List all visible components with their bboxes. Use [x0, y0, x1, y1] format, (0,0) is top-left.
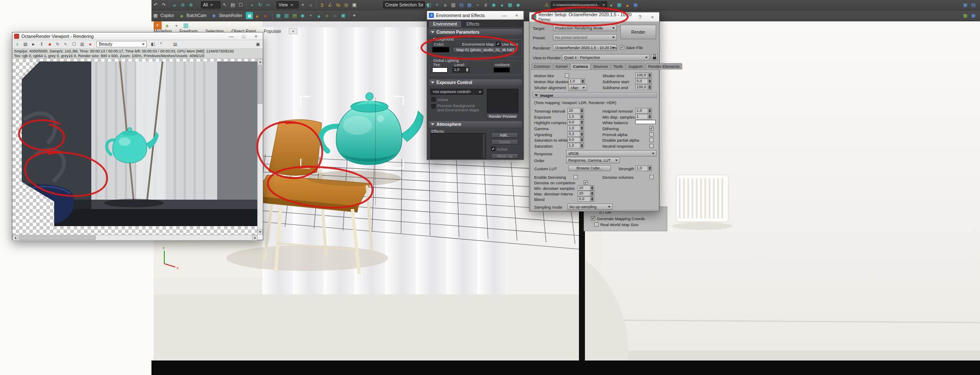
add-effect-button[interactable]: Add...: [491, 132, 518, 138]
white-balance-swatch[interactable]: [635, 120, 656, 124]
qr-icon[interactable]: ▦: [246, 12, 253, 19]
subframe-end-spinner[interactable]: 100,0: [635, 84, 652, 90]
tint-swatch[interactable]: [432, 67, 448, 73]
render-button[interactable]: Render: [620, 25, 656, 39]
octane-image-icon[interactable]: ▧: [22, 41, 29, 48]
common-parameters-rollout[interactable]: Common Parameters: [429, 29, 522, 35]
atmosphere-active-checkbox[interactable]: ✓: [491, 147, 495, 151]
saturation-spinner[interactable]: 1,0: [567, 143, 584, 148]
plugin-icon-6[interactable]: ▲: [315, 12, 323, 20]
steamroller-icon[interactable]: ◆: [210, 12, 218, 20]
scene-explorer-icon[interactable]: ▤: [457, 1, 465, 9]
render-setup-titlebar[interactable]: Render Setup: OctaneRender 2020.1.5 - 10…: [529, 12, 659, 22]
octane-maximize-button[interactable]: □: [238, 34, 249, 39]
enable-denoising-checkbox[interactable]: [573, 175, 578, 179]
copitor-button[interactable]: Copitor: [160, 13, 174, 18]
edit-named-selections-icon[interactable]: ▣: [350, 1, 358, 9]
curve-editor-icon[interactable]: ~: [474, 1, 482, 9]
atmosphere-effects-listbox[interactable]: [430, 133, 486, 159]
octane-titlebar[interactable]: OctaneRender Viewport - Rendering — □ ×: [12, 32, 263, 40]
tab-devices[interactable]: Devices: [591, 63, 611, 70]
imager-rollout[interactable]: Imager: [532, 92, 657, 98]
tab-support[interactable]: Support: [626, 63, 645, 70]
atmosphere-rollout[interactable]: Atmosphere: [429, 121, 522, 128]
motion-blur-checkbox[interactable]: [565, 73, 569, 78]
reference-coordinate-dropdown[interactable]: View: [276, 1, 299, 9]
real-world-checkbox[interactable]: [594, 222, 599, 227]
env-close-button[interactable]: ×: [512, 13, 522, 18]
display-ribbon-icon[interactable]: ▦: [465, 1, 474, 9]
octane-layers-icon[interactable]: ▤: [172, 41, 179, 48]
rotate-icon[interactable]: ↻: [256, 1, 264, 9]
octane-play-icon[interactable]: ►: [30, 41, 37, 48]
disable-partial-alpha-checkbox[interactable]: [649, 138, 654, 142]
exposure-active-checkbox[interactable]: [431, 97, 436, 102]
batchcam-button[interactable]: BatchCam: [186, 13, 206, 18]
plugin-icon-4[interactable]: ◉: [299, 12, 307, 20]
neutral-response-checkbox[interactable]: [649, 144, 654, 148]
tab-render-elements[interactable]: Render Elements: [646, 63, 682, 70]
use-center-icon[interactable]: ⌖: [299, 1, 307, 9]
selection-filter-dropdown[interactable]: All: [201, 1, 221, 9]
ribbon-minimize-dropdown[interactable]: ▾: [289, 28, 297, 34]
background-color-swatch[interactable]: [432, 47, 449, 52]
target-dropdown[interactable]: Production Rendering Mode: [553, 25, 617, 31]
exposure-spinner[interactable]: 1,0: [567, 114, 584, 119]
gamma-spinner[interactable]: 1,0: [567, 125, 584, 131]
angle-snap-icon[interactable]: ∠: [326, 1, 334, 9]
spinner-snap-icon[interactable]: ◎: [342, 1, 350, 9]
level-spinner[interactable]: 1,0: [453, 67, 469, 73]
octane-region-icon[interactable]: ☐: [70, 41, 78, 48]
undo-icon[interactable]: ↶: [151, 1, 160, 9]
warning-icon[interactable]: ⚠: [543, 1, 551, 9]
tray-icon-2[interactable]: ▣: [969, 12, 977, 20]
render-setup-help-button[interactable]: ?: [635, 15, 645, 20]
plugin-icon-1[interactable]: ▦: [274, 12, 282, 20]
plugin-icon-2[interactable]: ▧: [282, 12, 291, 20]
project-path-dropdown[interactable]: C:\Users\Golds\Documents\3... Max 2021: [551, 1, 607, 9]
order-dropdown[interactable]: Response, Gamma, LUT: [566, 157, 620, 163]
denoise-volumes-checkbox[interactable]: [649, 175, 654, 179]
render-iterative-icon[interactable]: ●: [607, 1, 615, 9]
exposure-control-rollout[interactable]: Exposure Control: [429, 79, 522, 86]
exposure-control-dropdown[interactable]: <no exposure control>: [430, 89, 483, 95]
named-selection-dropdown[interactable]: Create Selection Se: [383, 1, 425, 9]
workspace-icon[interactable]: ▣: [961, 1, 969, 9]
max-denoiser-interval-spinner[interactable]: 20: [578, 191, 594, 196]
min-denoiser-samples-spinner[interactable]: 10: [578, 185, 594, 191]
render-setup-icon[interactable]: ●: [498, 1, 506, 9]
octane-render-image[interactable]: [12, 59, 258, 235]
view-to-render-dropdown[interactable]: Quad 4 - Perspective: [562, 54, 650, 61]
octane-pick-icon[interactable]: ↖: [62, 41, 70, 48]
batchcam-icon[interactable]: ♣: [177, 12, 186, 20]
delete-effect-button[interactable]: Delete: [491, 139, 518, 145]
bind-to-space-warp-icon[interactable]: ⊕: [187, 1, 195, 9]
tab-camera[interactable]: Camera: [570, 63, 590, 70]
octane-info-icon[interactable]: ▣: [254, 41, 262, 48]
move-icon[interactable]: +: [248, 1, 256, 9]
octane-settings-icon[interactable]: *: [157, 41, 165, 48]
render-pass-dropdown[interactable]: Beauty: [96, 41, 147, 47]
select-region-icon[interactable]: ☐: [237, 1, 245, 9]
octane-vertical-scrollbar[interactable]: [257, 59, 263, 235]
select-object-icon[interactable]: ↖: [221, 1, 229, 9]
select-link-icon[interactable]: ∞: [171, 1, 179, 9]
response-dropdown[interactable]: sRGB: [566, 150, 657, 157]
sphere-tool-icon[interactable]: ●: [261, 12, 269, 20]
percent-snap-icon[interactable]: %: [334, 1, 342, 9]
octane-save-icon[interactable]: ⇓: [14, 41, 21, 48]
octane-minimize-button[interactable]: —: [226, 34, 236, 39]
tab-common[interactable]: Common: [531, 63, 553, 70]
effects-list-scrollbar[interactable]: [483, 134, 486, 158]
render-production-icon[interactable]: ◆: [514, 1, 522, 9]
render-preview-icon[interactable]: ▦: [615, 1, 623, 9]
octane-pause-icon[interactable]: ‖: [38, 41, 45, 48]
use-map-checkbox[interactable]: ✓: [496, 42, 500, 46]
process-background-checkbox[interactable]: [431, 104, 436, 108]
octane-record-icon[interactable]: ●: [87, 41, 94, 48]
shutter-time-spinner[interactable]: 100,0: [635, 73, 652, 78]
redo-icon[interactable]: ↷: [160, 1, 168, 9]
hotpixel-removal-spinner[interactable]: 1,0: [635, 108, 652, 113]
align-icon[interactable]: ⌖: [433, 1, 441, 9]
scale-icon[interactable]: ▱: [264, 1, 272, 9]
